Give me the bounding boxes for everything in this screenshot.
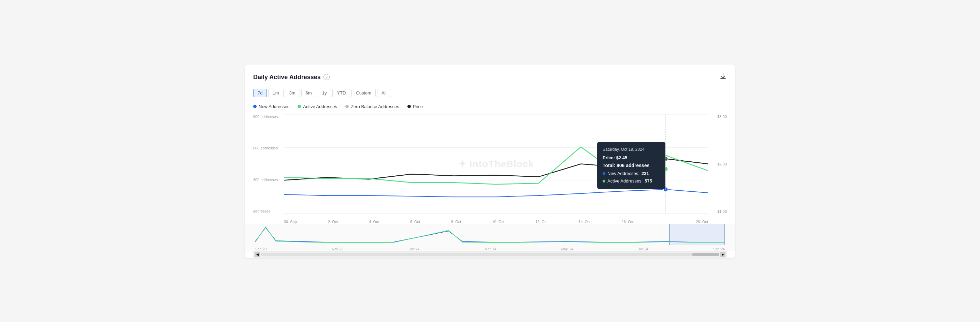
main-chart-area: 900 addresses600 addresses300 addressesa… bbox=[253, 114, 727, 224]
scroll-right-btn[interactable]: ▶ bbox=[720, 252, 725, 257]
chart-plot: ✦ IntoTheBlock bbox=[284, 114, 708, 214]
mini-x-label: Mar '24 bbox=[485, 247, 496, 251]
legend-label: Zero Balance Addresses bbox=[351, 104, 399, 109]
bottom-scrollbar: ◀ ▶ bbox=[253, 251, 727, 258]
legend-label: Active Addresses bbox=[303, 104, 337, 109]
mini-x-label: Sep '24 bbox=[713, 247, 725, 251]
x-label: 4. Oct bbox=[369, 220, 379, 224]
x-label: 16. Oct bbox=[622, 220, 634, 224]
filter-btn-all[interactable]: All bbox=[377, 89, 391, 97]
filter-btn-custom[interactable]: Custom bbox=[352, 89, 376, 97]
legend-item-zero-balance-addresses[interactable]: Zero Balance Addresses bbox=[345, 104, 399, 109]
mini-green-line bbox=[255, 227, 725, 243]
new-addresses-line bbox=[284, 189, 708, 197]
x-label: 6. Oct bbox=[410, 220, 420, 224]
x-label: 14. Oct bbox=[578, 220, 590, 224]
filter-btn-1m[interactable]: 1m bbox=[268, 89, 283, 97]
legend-item-price[interactable]: Price bbox=[407, 104, 423, 109]
filter-btn-3m[interactable]: 3m bbox=[285, 89, 300, 97]
legend-dot bbox=[407, 105, 411, 108]
scroll-thumb[interactable] bbox=[692, 253, 719, 256]
legend-label: Price bbox=[413, 104, 423, 109]
y-label-right: $2.00 bbox=[710, 162, 727, 166]
header-left: Daily Active Addresses ? bbox=[253, 74, 329, 81]
filter-btn-6m[interactable]: 6m bbox=[301, 89, 316, 97]
mini-chart-area: Sep '23Nov '23Jan '24Mar '24May '24Jul '… bbox=[245, 224, 735, 251]
active-addresses-line bbox=[284, 147, 708, 184]
help-icon[interactable]: ? bbox=[323, 74, 329, 80]
x-label: 8. Oct bbox=[451, 220, 461, 224]
chart-title: Daily Active Addresses bbox=[253, 74, 321, 81]
mini-x-label: Jan '24 bbox=[409, 247, 419, 251]
chart-header: Daily Active Addresses ? bbox=[253, 73, 727, 82]
mini-blue-line bbox=[255, 227, 725, 242]
legend-item-active-addresses[interactable]: Active Addresses bbox=[298, 104, 337, 109]
y-label-left: 900 addresses bbox=[253, 114, 284, 119]
mini-x-label: Sep '23 bbox=[255, 247, 267, 251]
x-label: 30. Sep bbox=[284, 220, 297, 224]
main-svg bbox=[284, 114, 708, 213]
filter-btn-1y[interactable]: 1y bbox=[318, 89, 331, 97]
mini-svg bbox=[255, 224, 725, 245]
x-label: 12. Oct bbox=[535, 220, 547, 224]
download-button[interactable] bbox=[719, 73, 727, 82]
y-label-right: $3.00 bbox=[710, 114, 727, 119]
x-label: 2. Oct bbox=[328, 220, 338, 224]
mini-x-label: Nov '23 bbox=[332, 247, 344, 251]
y-axis-right: $3.00$2.00$1.00 bbox=[710, 114, 727, 214]
mini-x-axis: Sep '23Nov '23Jan '24Mar '24May '24Jul '… bbox=[255, 247, 725, 251]
mini-x-label: May '24 bbox=[561, 247, 573, 251]
mini-chart-inner bbox=[255, 224, 725, 245]
mini-selection[interactable] bbox=[670, 224, 725, 245]
legend-dot bbox=[253, 105, 256, 108]
filter-btn-7d[interactable]: 7d bbox=[253, 89, 267, 97]
x-label: 10. Oct bbox=[492, 220, 504, 224]
scroll-track bbox=[261, 253, 719, 256]
legend-item-new-addresses[interactable]: New Addresses bbox=[253, 104, 290, 109]
time-filter-bar: 7d1m3m6m1yYTDCustomAll bbox=[253, 89, 727, 97]
legend-label: New Addresses bbox=[259, 104, 290, 109]
legend-dot bbox=[298, 105, 301, 108]
y-label-left: addresses bbox=[253, 209, 284, 213]
x-label: 20. Oct bbox=[696, 220, 708, 224]
chart-legend: New Addresses Active Addresses Zero Bala… bbox=[253, 104, 727, 109]
y-axis-left: 900 addresses600 addresses300 addressesa… bbox=[253, 114, 284, 214]
price-line bbox=[284, 159, 708, 180]
y-label-left: 600 addresses bbox=[253, 146, 284, 150]
x-axis: 30. Sep2. Oct4. Oct6. Oct8. Oct10. Oct12… bbox=[284, 220, 708, 224]
y-label-left: 300 addresses bbox=[253, 178, 284, 182]
legend-dot bbox=[345, 105, 349, 108]
mini-x-label: Jul '24 bbox=[638, 247, 648, 251]
chart-card: Daily Active Addresses ? 7d1m3m6m1yYTDCu… bbox=[245, 65, 735, 258]
filter-btn-ytd[interactable]: YTD bbox=[332, 89, 350, 97]
y-label-right: $1.00 bbox=[710, 209, 727, 214]
scroll-left-btn[interactable]: ◀ bbox=[255, 252, 260, 257]
